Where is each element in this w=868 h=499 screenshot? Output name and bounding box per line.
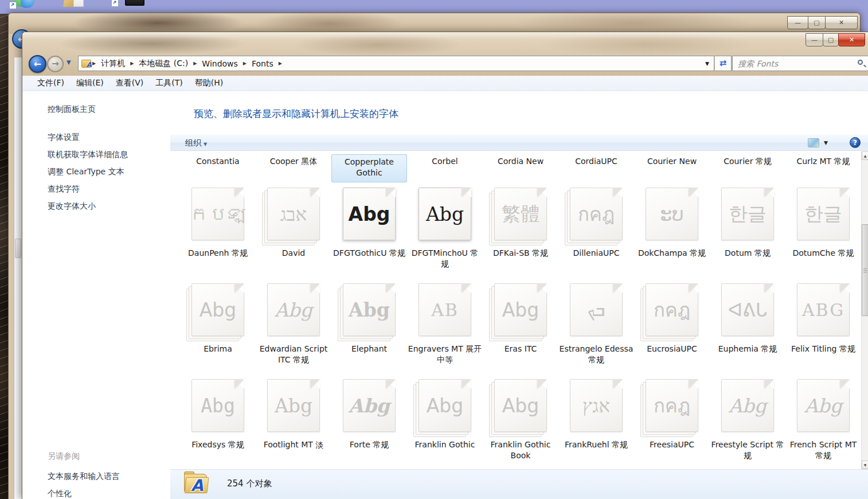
sidebar-item-control-panel-home[interactable]: 控制面板主页 (48, 104, 96, 115)
font-tile[interactable]: 한글DotumChe 常规 (785, 188, 861, 270)
views-caret-icon[interactable]: ▼ (824, 140, 828, 146)
search-input[interactable] (733, 56, 868, 71)
font-tile[interactable]: กคฎEucrosiaUPC (634, 283, 710, 365)
font-tile[interactable]: Curlz MT 常规 (785, 154, 861, 182)
font-file-icon: אגץ (570, 379, 623, 432)
font-tile[interactable]: AbgDFGTGothicU 常规 (331, 188, 407, 270)
font-tile[interactable]: Courier New (634, 154, 710, 182)
font-tile[interactable]: AbgFranklin Gothic (407, 379, 483, 461)
font-tile[interactable]: AbgFreestyle Script 常规 (710, 379, 785, 461)
font-name: Fixedsys 常规 (191, 439, 244, 450)
font-tile[interactable]: Courier 常规 (710, 154, 785, 182)
font-preview-glyphs: Abg (200, 299, 236, 321)
font-tile[interactable]: 한글Dotum 常规 (710, 188, 785, 270)
toolbar: 组织▼ ▼ ? (170, 134, 868, 151)
menu-item[interactable]: 文件(F) (37, 78, 64, 88)
refresh-button[interactable]: ⇄ (715, 56, 732, 71)
font-tile[interactable]: กคฎDilleniaUPC (558, 188, 634, 270)
font-file-icon: ᐊᕕᒐ (721, 283, 774, 336)
font-name: Franklin Gothic Book (483, 439, 558, 461)
font-grid: ConstantiaCooper 黑体Copperplate GothicCor… (170, 151, 861, 469)
font-tile[interactable]: AbgFranklin Gothic Book (483, 379, 558, 461)
minimize-button[interactable]: — (806, 33, 823, 46)
font-file-icon: Abg (797, 379, 850, 432)
font-tile[interactable]: אבגDavid (256, 188, 331, 270)
font-tile[interactable]: AbgFixedsys 常规 (180, 379, 256, 461)
font-tile[interactable]: ABGFelix Titling 常规 (785, 283, 861, 365)
breadcrumb-item[interactable]: 计算机 (97, 59, 129, 69)
forward-button[interactable]: → (47, 56, 64, 72)
menu-item[interactable]: 查看(V) (116, 78, 144, 88)
item-count: 254 个对象 (227, 478, 272, 489)
sidebar-task-link[interactable]: 调整 ClearType 文本 (48, 163, 128, 180)
back-button[interactable]: ← (29, 55, 46, 73)
menu-item[interactable]: 编辑(E) (76, 78, 104, 88)
font-tile[interactable]: Cooper 黑体 (256, 154, 331, 182)
bg-minimize-button[interactable]: — (787, 16, 808, 29)
font-tile[interactable]: AbgEras ITC (483, 283, 558, 365)
help-button[interactable]: ? (850, 137, 861, 148)
organize-button[interactable]: 组织▼ (185, 138, 207, 149)
font-preview-glyphs: אגץ (582, 395, 610, 417)
sidebar-task-link[interactable]: 联机获取字体详细信息 (48, 146, 128, 163)
recent-pages-caret-icon[interactable]: ▼ (67, 59, 71, 65)
vertical-scrollbar[interactable]: ▲ ▼ (861, 151, 868, 469)
font-tile[interactable]: CordiaUPC (558, 154, 634, 182)
bg-maximize-button[interactable]: ▢ (808, 16, 826, 29)
selected-font-label: Copperplate Gothic (331, 154, 407, 182)
views-button[interactable] (808, 138, 819, 147)
desktop-app-shortcut-icon[interactable] (9, 0, 32, 9)
font-tile[interactable]: AbgFootlight MT 淡 (256, 379, 331, 461)
font-name: Dotum 常规 (725, 248, 771, 259)
scrollbar-thumb[interactable] (862, 224, 868, 316)
font-name: Freestyle Script 常规 (710, 439, 785, 461)
sidebar-task-link[interactable]: 查找字符 (48, 180, 128, 197)
font-tile[interactable]: ᐊᕕᒐEuphemia 常规 (710, 283, 785, 365)
sidebar-see-also-link[interactable]: 个性化 (48, 485, 120, 499)
font-tile[interactable]: AbgForte 常规 (331, 379, 407, 461)
desktop-folder-icon[interactable] (64, 0, 88, 8)
sidebar-task-link[interactable]: 字体设置 (48, 128, 128, 146)
font-preview-glyphs: Abg (502, 299, 539, 321)
desktop-wallpaper (0, 14, 9, 499)
font-preview-glyphs: 繁體 (502, 201, 539, 227)
font-tile[interactable]: ܒܟEstrangelo Edessa 常规 (558, 283, 634, 365)
font-tile[interactable]: AbgElephant (331, 283, 407, 365)
scroll-down-icon[interactable]: ▼ (862, 461, 868, 469)
breadcrumb-item[interactable]: 本地磁盘 (C:) (135, 59, 192, 69)
font-name: Corbel (432, 156, 458, 167)
sidebar-task-link[interactable]: 更改字体大小 (48, 197, 128, 215)
scroll-up-icon[interactable]: ▲ (862, 151, 868, 160)
desktop-device-shortcut-icon[interactable] (111, 0, 144, 7)
maximize-button[interactable]: ▢ (823, 33, 839, 46)
font-tile[interactable]: Cordia New (483, 154, 558, 182)
close-button[interactable]: ✕ (838, 33, 865, 46)
font-tile[interactable]: Corbel (407, 154, 483, 182)
font-tile[interactable]: កបឡDaunPenh 常规 (180, 188, 256, 270)
font-tile[interactable]: 繁體DFKai-SB 常规 (483, 188, 558, 270)
font-tile[interactable]: กคฎFreesiaUPC (634, 379, 710, 461)
breadcrumb-item[interactable]: Fonts (248, 59, 277, 68)
font-tile[interactable]: AbgDFGTMinchoU 常规 (407, 188, 483, 270)
font-tile[interactable]: Constantia (180, 154, 256, 182)
breadcrumb-item[interactable]: Windows (198, 59, 242, 68)
font-tile[interactable]: AbgEbrima (180, 283, 256, 365)
font-name: Eras ITC (505, 344, 537, 354)
bg-close-button[interactable]: ✕ (825, 16, 858, 29)
font-tile[interactable]: אגץFrankRuehl 常规 (558, 379, 634, 461)
menu-item[interactable]: 帮助(H) (195, 78, 223, 88)
font-tile[interactable]: ະບDokChampa 常规 (634, 188, 710, 270)
font-tile[interactable]: AbgFrench Script MT 常规 (785, 379, 861, 461)
font-preview-glyphs: Abg (201, 395, 235, 417)
sidebar-see-also-link[interactable]: 文本服务和输入语言 (48, 467, 120, 485)
breadcrumb-separator-icon: ▶ (242, 61, 248, 66)
breadcrumb[interactable]: A ▶计算机▶本地磁盘 (C:)▶Windows▶Fonts▶ ▼ (78, 56, 714, 71)
font-tile[interactable]: AbgEdwardian Script ITC 常规 (256, 283, 331, 365)
font-preview-glyphs: Abg (349, 299, 390, 321)
menu-item[interactable]: 工具(T) (155, 78, 182, 88)
font-name: Felix Titling 常规 (791, 344, 855, 354)
font-tile[interactable]: ABEngravers MT 展开 中等 (407, 283, 483, 365)
address-dropdown-icon[interactable]: ▼ (705, 61, 709, 67)
font-file-icon: ະບ (646, 188, 698, 240)
font-tile[interactable]: Copperplate Gothic (331, 154, 407, 182)
